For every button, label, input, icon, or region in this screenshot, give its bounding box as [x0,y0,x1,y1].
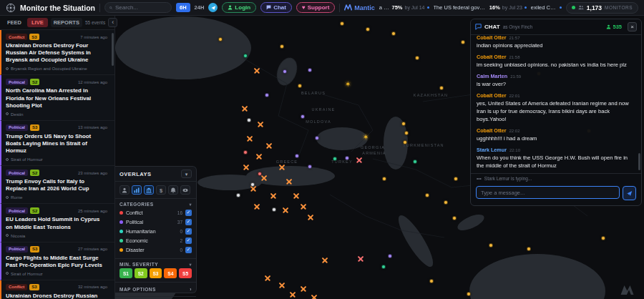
conflict-marker-icon[interactable] [254,204,260,210]
event-marker-icon[interactable] [298,84,302,88]
event-marker-icon[interactable] [425,193,429,197]
event-title[interactable]: Cargo Flights to Middle East Surge Past … [6,255,107,269]
event-marker-icon[interactable] [439,86,444,90]
feed-event-item[interactable]: Conflict S3 7 minutes ago Ukrainian Dron… [0,30,114,75]
conflict-marker-icon[interactable] [358,256,364,262]
event-marker-icon[interactable] [236,193,240,197]
chevron-down-icon[interactable]: ▾ [189,202,192,207]
event-marker-icon[interactable] [388,254,392,258]
event-marker-icon[interactable] [283,69,287,74]
conflict-marker-icon[interactable] [258,122,263,127]
conflict-marker-icon[interactable] [247,136,253,142]
event-marker-icon[interactable] [467,292,471,296]
event-title[interactable]: EU Leaders Hold Summit in Cyprus on Midd… [6,216,107,230]
severity-filter-button[interactable]: S5 [179,268,192,278]
dollar-icon[interactable]: $ [156,185,166,195]
close-icon[interactable]: × [628,22,637,31]
event-marker-icon[interactable] [401,122,406,126]
chevron-down-icon[interactable]: ▾ [189,262,192,267]
chat-messages[interactable]: Ochre Stag 21:46 absolutely nothing Coba… [471,35,641,173]
event-marker-icon[interactable] [218,37,223,41]
feed-event-item[interactable]: Political S2 23 minutes ago Trump Envoy … [0,166,114,204]
event-marker-icon[interactable] [381,265,386,269]
tab-feed[interactable]: FEED [4,18,24,27]
feed-list[interactable]: Conflict S3 7 minutes ago Ukrainian Dron… [0,30,114,299]
conflict-marker-icon[interactable] [279,165,285,170]
conflict-marker-icon[interactable] [242,106,248,112]
category-checkbox[interactable]: ✓ [185,247,192,253]
event-marker-icon[interactable] [413,160,417,164]
ticker-item[interactable]: exiled Crown Prince Reza [531,4,562,11]
feed-event-item[interactable]: Political S2 12 minutes ago North Caroli… [0,75,114,120]
event-marker-icon[interactable] [247,118,251,122]
event-marker-icon[interactable] [301,114,305,119]
event-marker-icon[interactable] [382,177,386,181]
search-input[interactable] [115,4,167,11]
conflict-marker-icon[interactable] [254,68,260,74]
event-marker-icon[interactable] [527,247,531,251]
event-marker-icon[interactable] [243,150,248,155]
conflict-marker-icon[interactable] [356,157,362,163]
conflict-marker-icon[interactable] [301,286,306,292]
send-message-button[interactable] [623,186,636,200]
conflict-marker-icon[interactable] [308,215,313,220]
ticker-item[interactable]: The US federal government publishes a fi… [434,4,527,11]
conflict-marker-icon[interactable] [250,186,256,192]
conflict-marker-icon[interactable] [265,275,270,281]
support-button[interactable]: ♥ Support [296,2,335,13]
severity-filter-button[interactable]: S2 [135,268,147,278]
conflict-marker-icon[interactable] [283,207,288,213]
event-marker-icon[interactable] [333,157,337,161]
conflict-marker-icon[interactable] [322,258,328,263]
feed-scrollbar[interactable] [112,33,114,66]
login-button[interactable]: Login [222,2,256,13]
event-title[interactable]: Trump Envoy Calls for Italy to Replace I… [6,178,107,192]
event-marker-icon[interactable] [429,279,434,283]
event-title[interactable]: North Carolina Man Arrested in Florida f… [6,87,107,109]
event-title[interactable]: Ukrainian Drones Destroy Russian FSB Com… [6,293,107,299]
category-checkbox[interactable]: ✓ [185,210,192,216]
event-marker-icon[interactable] [391,31,396,36]
category-checkbox[interactable]: ✓ [185,219,192,225]
mantic-brand[interactable]: Mantic [344,4,375,11]
event-marker-icon[interactable] [404,131,409,135]
severity-filter-button[interactable]: S4 [164,268,177,278]
eye-icon[interactable] [180,185,190,195]
feed-event-item[interactable]: Political S3 13 minutes ago Trump Orders… [0,121,114,166]
severity-filter-button[interactable]: S1 [119,268,132,278]
tab-live[interactable]: LIVE [27,18,48,27]
chart-icon[interactable] [132,185,142,195]
event-marker-icon[interactable] [308,68,312,72]
time-range-6h-button[interactable]: 6H [176,3,190,12]
conflict-marker-icon[interactable] [270,193,276,199]
conflict-marker-icon[interactable] [290,292,296,298]
event-marker-icon[interactable] [345,156,349,160]
event-marker-icon[interactable] [308,165,312,169]
overlays-collapse-button[interactable]: ▾ [181,170,192,178]
bell-icon[interactable] [168,185,178,195]
conflict-marker-icon[interactable] [261,175,267,181]
telegram-icon[interactable] [208,3,218,12]
conflict-marker-icon[interactable] [301,204,306,210]
conflict-marker-icon[interactable] [266,143,272,149]
search-box[interactable] [104,2,172,13]
event-marker-icon[interactable] [489,243,493,247]
message-sender[interactable]: Cobalt Otter [477,127,507,134]
event-marker-icon[interactable] [454,177,458,181]
category-checkbox[interactable]: ✓ [185,237,192,244]
collapse-sidebar-button[interactable]: ‹ [108,18,117,27]
event-marker-icon[interactable] [265,93,269,97]
conflict-marker-icon[interactable] [243,165,249,170]
event-marker-icon[interactable] [243,54,248,58]
message-sender[interactable]: Cobalt Otter [477,92,507,99]
event-marker-icon[interactable] [315,136,319,140]
event-marker-icon[interactable] [403,140,407,144]
conflict-marker-icon[interactable] [256,154,262,160]
event-marker-icon[interactable] [415,56,419,60]
message-sender[interactable]: Stark Lemur [477,147,507,153]
event-marker-icon[interactable] [258,172,262,176]
event-marker-icon[interactable] [280,44,284,49]
time-range-24h-button[interactable]: 24H [195,4,205,11]
map-options-row[interactable]: MAP OPTIONS › [115,283,196,296]
people-icon[interactable] [119,185,130,195]
